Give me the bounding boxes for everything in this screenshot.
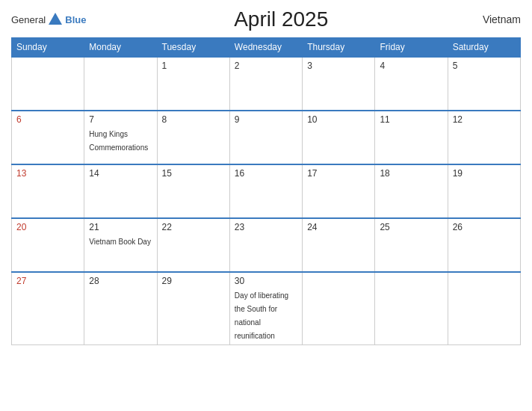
calendar-cell <box>12 57 84 111</box>
calendar-cell: 18 <box>375 164 448 218</box>
calendar-page: General Blue April 2025 Vietnam Sunday M… <box>0 0 532 411</box>
day-number: 15 <box>162 168 225 179</box>
calendar-cell: 27 <box>12 272 84 345</box>
calendar-cell: 5 <box>448 57 520 111</box>
calendar-cell: 17 <box>303 164 375 218</box>
day-number: 26 <box>453 222 516 232</box>
calendar-title: April 2025 <box>86 7 476 31</box>
day-number: 21 <box>89 222 152 232</box>
weekday-header-row: Sunday Monday Tuesday Wednesday Thursday… <box>12 38 521 58</box>
day-number: 27 <box>16 276 79 286</box>
day-number: 23 <box>235 222 297 232</box>
calendar-cell: 16 <box>229 164 302 218</box>
header-thursday: Thursday <box>303 38 375 58</box>
calendar-cell: 12 <box>448 111 520 164</box>
day-number: 4 <box>380 61 442 71</box>
calendar-cell: 26 <box>448 218 520 272</box>
event-label: Vietnam Book Day <box>89 238 151 246</box>
day-number: 10 <box>307 114 370 125</box>
calendar-cell: 25 <box>375 218 448 272</box>
calendar-cell: 29 <box>157 272 229 345</box>
calendar-cell: 1 <box>157 57 229 111</box>
country-label: Vietnam <box>476 13 521 25</box>
day-number: 7 <box>89 114 152 125</box>
calendar-cell: 11 <box>375 111 448 164</box>
calendar-cell: 4 <box>375 57 448 111</box>
day-number: 2 <box>235 61 297 71</box>
calendar-cell: 15 <box>157 164 229 218</box>
day-number: 12 <box>453 114 516 125</box>
svg-marker-0 <box>49 13 62 25</box>
calendar-cell: 9 <box>229 111 302 164</box>
calendar-cell: 3 <box>303 57 375 111</box>
day-number: 8 <box>162 114 225 125</box>
logo: General Blue <box>11 11 86 28</box>
day-number: 13 <box>16 168 79 179</box>
calendar-cell: 10 <box>303 111 375 164</box>
calendar-cell: 14 <box>84 164 157 218</box>
event-label: Hung Kings Commemorations <box>89 130 148 152</box>
day-number: 3 <box>307 61 370 71</box>
header-sunday: Sunday <box>12 38 84 58</box>
calendar-cell: 21Vietnam Book Day <box>84 218 157 272</box>
day-number: 25 <box>380 222 442 232</box>
calendar-week-row: 27282930Day of liberating the South for … <box>12 272 521 345</box>
logo-general-text: General <box>11 14 46 25</box>
day-number: 19 <box>453 168 516 179</box>
day-number: 20 <box>16 222 79 232</box>
day-number: 6 <box>16 114 79 125</box>
day-number: 5 <box>453 61 516 71</box>
header-tuesday: Tuesday <box>157 38 229 58</box>
calendar-cell: 23 <box>229 218 302 272</box>
calendar-week-row: 12345 <box>12 57 521 111</box>
day-number: 30 <box>235 276 297 286</box>
calendar-cell: 8 <box>157 111 229 164</box>
calendar-cell: 24 <box>303 218 375 272</box>
logo-flag-icon <box>47 11 64 28</box>
day-number: 29 <box>162 276 225 286</box>
calendar-cell <box>375 272 448 345</box>
calendar-week-row: 2021Vietnam Book Day2223242526 <box>12 218 521 272</box>
calendar-table: Sunday Monday Tuesday Wednesday Thursday… <box>11 37 521 345</box>
calendar-week-row: 13141516171819 <box>12 164 521 218</box>
day-number: 9 <box>235 114 297 125</box>
calendar-cell: 2 <box>229 57 302 111</box>
day-number: 18 <box>380 168 442 179</box>
calendar-cell: 6 <box>12 111 84 164</box>
day-number: 28 <box>89 276 152 286</box>
day-number: 11 <box>380 114 442 125</box>
calendar-cell <box>303 272 375 345</box>
calendar-cell <box>84 57 157 111</box>
calendar-cell: 13 <box>12 164 84 218</box>
day-number: 17 <box>307 168 370 179</box>
day-number: 22 <box>162 222 225 232</box>
day-number: 14 <box>89 168 152 179</box>
header-saturday: Saturday <box>448 38 520 58</box>
header-monday: Monday <box>84 38 157 58</box>
logo-blue-text: Blue <box>65 14 86 25</box>
header-wednesday: Wednesday <box>229 38 302 58</box>
calendar-week-row: 67Hung Kings Commemorations89101112 <box>12 111 521 164</box>
calendar-cell: 20 <box>12 218 84 272</box>
calendar-cell: 22 <box>157 218 229 272</box>
header: General Blue April 2025 Vietnam <box>11 7 521 31</box>
day-number: 16 <box>235 168 297 179</box>
day-number: 1 <box>162 61 225 71</box>
calendar-cell: 19 <box>448 164 520 218</box>
calendar-cell: 28 <box>84 272 157 345</box>
day-number: 24 <box>307 222 370 232</box>
calendar-cell <box>448 272 520 345</box>
event-label: Day of liberating the South for national… <box>235 291 288 340</box>
header-friday: Friday <box>375 38 448 58</box>
calendar-cell: 30Day of liberating the South for nation… <box>229 272 302 345</box>
calendar-cell: 7Hung Kings Commemorations <box>84 111 157 164</box>
